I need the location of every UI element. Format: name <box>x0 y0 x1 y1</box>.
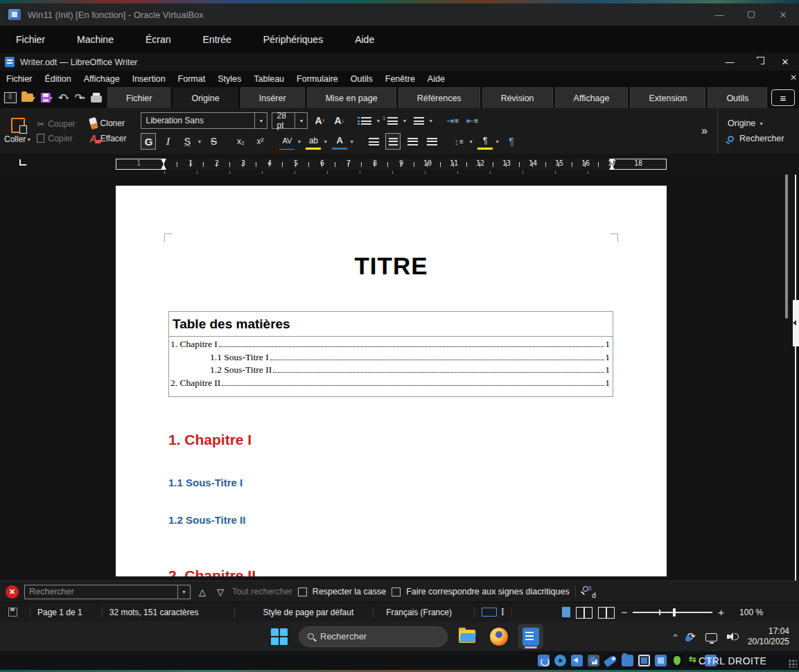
bold-button[interactable]: G <box>141 133 156 150</box>
menubar-toggle-button[interactable] <box>4 92 17 103</box>
outline-list-dropdown-icon[interactable]: ▼ <box>428 118 433 123</box>
character-spacing-button[interactable]: AV <box>279 133 295 150</box>
print-button[interactable] <box>91 93 102 103</box>
heading-sous-titre-2[interactable]: 1.2 Sous-Titre II <box>168 514 245 526</box>
vbox-menu-item[interactable]: Machine <box>61 28 130 51</box>
vbox-menu-item[interactable]: Fichier <box>0 28 61 51</box>
bullet-list-dropdown-icon[interactable]: ▼ <box>376 118 380 123</box>
zoom-track[interactable] <box>633 612 712 613</box>
find-input[interactable]: Rechercher ▼ <box>24 585 191 599</box>
zoom-percentage[interactable]: 100 % <box>731 608 763 617</box>
page-count[interactable]: Page 1 de 1 <box>37 608 82 617</box>
notebookbar-tab[interactable]: Mise en page <box>307 87 396 108</box>
target-style-dropdown-icon[interactable]: ▼ <box>759 121 764 126</box>
undo-dropdown-icon[interactable]: ▼ <box>64 96 69 100</box>
volume-tray-icon[interactable] <box>727 632 738 642</box>
paragraph-background-button[interactable]: ¶ <box>477 133 493 150</box>
file-explorer-button[interactable] <box>455 624 480 649</box>
bullet-list-button[interactable] <box>358 112 374 129</box>
tray-overflow-chevron[interactable]: ^ <box>674 633 678 640</box>
writer-menu-item[interactable]: Édition <box>39 71 78 87</box>
document-area[interactable]: TITRE Table des matières 1. Chapitre I 1… <box>0 175 799 581</box>
zoom-in-button[interactable]: + <box>718 606 724 618</box>
network-adapter-icon[interactable] <box>588 655 599 666</box>
page-style[interactable]: Style de page par défaut <box>263 608 353 617</box>
underline-dropdown-icon[interactable]: ▼ <box>197 139 202 144</box>
shared-folder-icon[interactable] <box>622 655 633 666</box>
multi-page-view-button[interactable] <box>576 607 592 617</box>
font-size-value[interactable]: 28 pt <box>272 113 295 128</box>
writer-menu-item[interactable]: Affichage <box>78 71 126 87</box>
find-close-button[interactable]: ✕ <box>6 585 19 599</box>
increase-indent-button[interactable]: ⇥≡ <box>445 112 460 129</box>
notebookbar-tab[interactable]: Affichage <box>555 87 629 108</box>
diacritics-checkbox[interactable] <box>392 587 401 596</box>
notebookbar-tab[interactable]: Références <box>398 87 480 108</box>
document-modified-icon[interactable] <box>8 608 17 617</box>
match-case-label[interactable]: Respecter la casse <box>313 587 386 596</box>
toolbar-overflow-button[interactable]: » <box>692 125 717 137</box>
writer-menu-item[interactable]: Insertion <box>126 71 172 87</box>
zoom-thumb[interactable] <box>673 608 676 617</box>
underline-button[interactable]: S <box>179 133 195 150</box>
hard-disk-icon[interactable] <box>538 655 550 666</box>
writer-menu-item[interactable]: Fichier <box>0 71 39 87</box>
writer-menu-item[interactable]: Format <box>172 71 212 87</box>
notebookbar-tab[interactable]: Révision <box>482 87 553 108</box>
writer-menu-item[interactable]: Tableau <box>247 71 290 87</box>
taskbar-search[interactable]: Rechercher <box>299 626 448 647</box>
table-of-contents[interactable]: Table des matières 1. Chapitre I 1 1.1 S… <box>168 311 613 397</box>
align-center-button[interactable] <box>385 133 401 150</box>
heading-chapitre-1[interactable]: 1. Chapitre I <box>168 432 252 448</box>
writer-menu-item[interactable]: Aide <box>421 71 451 87</box>
paste-dropdown-icon[interactable]: ▼ <box>26 137 31 142</box>
notebookbar-tab[interactable]: Origine <box>173 87 238 108</box>
subscript-button[interactable]: x₂ <box>233 133 248 150</box>
font-name-dropdown-icon[interactable]: ▼ <box>254 113 267 128</box>
tab-stop-selector[interactable] <box>19 159 26 166</box>
formatting-marks-button[interactable]: ¶ <box>504 133 519 150</box>
audio-icon[interactable] <box>571 655 583 666</box>
justify-button[interactable] <box>424 133 439 150</box>
numbered-list-button[interactable] <box>385 112 400 129</box>
writer-titlebar[interactable]: Writer.odt — LibreOffice Writer — ✕ <box>0 53 799 71</box>
notebookbar-tab[interactable]: Fichier <box>107 87 171 108</box>
vbox-close-button[interactable]: ✕ <box>767 3 799 26</box>
document-title[interactable]: TITRE <box>116 252 667 280</box>
optical-disc-icon[interactable] <box>554 655 566 666</box>
document-page[interactable]: TITRE Table des matières 1. Chapitre I 1… <box>116 186 667 576</box>
book-view-button[interactable] <box>598 607 615 617</box>
toc-entry[interactable]: 2. Chapitre II 1 <box>170 378 610 391</box>
selection-mode[interactable]: I <box>482 607 504 618</box>
italic-button[interactable]: I <box>160 133 175 150</box>
network-tray-icon[interactable] <box>705 633 717 642</box>
font-size-combo[interactable]: 28 pt ▼ <box>272 112 308 129</box>
vbox-menu-item[interactable]: Écran <box>130 28 187 51</box>
notebookbar-tab[interactable]: Insérer <box>240 87 305 108</box>
vbox-menu-item[interactable]: Entrée <box>187 28 247 51</box>
find-history-dropdown-icon[interactable]: ▼ <box>177 585 190 599</box>
vbox-minimize-button[interactable]: — <box>703 3 735 26</box>
redo-button[interactable]: ↷▼ <box>74 91 86 104</box>
numbered-list-dropdown-icon[interactable]: ▼ <box>402 118 407 123</box>
find-and-replace-button[interactable]: a d <box>581 585 597 598</box>
open-button[interactable]: ▼ <box>21 94 36 102</box>
paragraph-background-dropdown-icon[interactable]: ▼ <box>495 139 500 144</box>
single-page-view-button[interactable] <box>562 607 570 617</box>
writer-restore-button[interactable] <box>744 53 771 71</box>
outline-list-button[interactable] <box>411 112 426 129</box>
notebookbar-tab[interactable]: Extension <box>630 87 705 108</box>
paste-button[interactable]: Coller▼ <box>4 118 31 144</box>
start-button[interactable] <box>267 624 292 649</box>
highlight-color-button[interactable]: ab <box>306 133 321 150</box>
writer-taskbar-button[interactable] <box>518 624 543 649</box>
writer-menu-item[interactable]: Formulaire <box>290 71 344 87</box>
align-right-button[interactable] <box>405 133 420 150</box>
vertical-scrollbar-thumb[interactable] <box>785 175 788 319</box>
strikethrough-button[interactable]: S <box>206 133 221 150</box>
font-name-value[interactable]: Liberation Sans <box>141 113 254 128</box>
align-left-button[interactable] <box>366 133 381 150</box>
vbox-menu-item[interactable]: Aide <box>339 28 390 51</box>
search-command[interactable]: Rechercher <box>728 134 789 143</box>
target-style-selector[interactable]: Origine ▼ <box>728 118 789 128</box>
